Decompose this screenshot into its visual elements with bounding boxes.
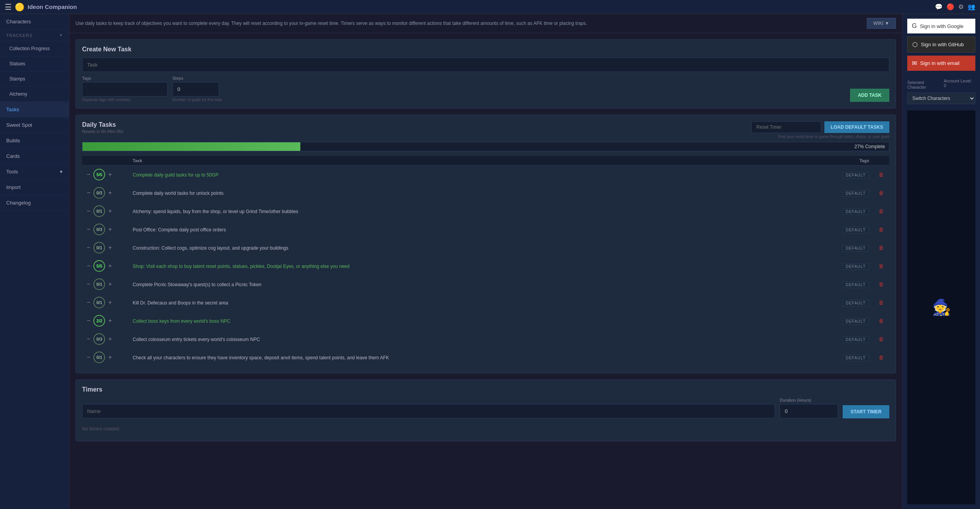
task-tag-cell: DEFAULT <box>826 239 873 257</box>
notification-icon[interactable]: 🔴 <box>947 3 954 10</box>
sidebar-item-tools[interactable]: Tools ▾ <box>0 164 69 180</box>
sidebar-item-collection-progress[interactable]: Collection Progress <box>0 41 69 56</box>
task-delete-button[interactable]: 🗑 <box>877 262 885 270</box>
task-delete-button[interactable]: 🗑 <box>877 317 885 325</box>
task-increment-button[interactable]: + <box>107 336 112 342</box>
tags-input[interactable] <box>82 82 168 96</box>
task-tag-cell: DEFAULT <box>826 184 873 202</box>
start-timer-button[interactable]: START TIMER <box>843 405 889 418</box>
task-delete-button[interactable]: 🗑 <box>877 189 885 197</box>
sidebar-item-import[interactable]: Import <box>0 180 69 195</box>
sidebar-item-stamps[interactable]: Stamps <box>0 72 69 87</box>
task-delete-button[interactable]: 🗑 <box>877 207 885 215</box>
add-task-button[interactable]: ADD TASK <box>850 89 889 102</box>
task-text-cell: Shop: Visit each shop to buy talent rese… <box>129 257 826 275</box>
task-name-input[interactable] <box>82 58 889 72</box>
daily-tasks-right: LOAD DEFAULT TASKS Find your reset timer… <box>751 121 889 139</box>
task-delete-button[interactable]: 🗑 <box>877 226 885 233</box>
task-delete-button[interactable]: 🗑 <box>877 244 885 252</box>
tags-group: Tags Separate tags with commas <box>82 76 168 102</box>
task-controls-cell: − 0/1 + <box>82 275 129 294</box>
task-decrement-button[interactable]: − <box>86 281 91 287</box>
sidebar-label-tools: Tools <box>6 169 18 175</box>
col-header-delete <box>873 156 889 166</box>
task-decrement-button[interactable]: − <box>86 208 91 214</box>
task-decrement-button[interactable]: − <box>86 318 91 324</box>
sidebar-label-changelog: Changelog <box>6 200 31 206</box>
table-row: − 0/3 + Complete daily world tasks for u… <box>82 184 889 202</box>
task-increment-button[interactable]: + <box>107 208 112 214</box>
timer-duration-input[interactable] <box>780 404 838 418</box>
task-delete-button[interactable]: 🗑 <box>877 171 885 178</box>
task-decrement-button[interactable]: − <box>86 190 91 196</box>
steps-input[interactable] <box>172 82 219 96</box>
task-decrement-button[interactable]: − <box>86 226 91 233</box>
sidebar-item-statues[interactable]: Statues <box>0 56 69 72</box>
task-delete-button[interactable]: 🗑 <box>877 335 885 343</box>
task-decrement-button[interactable]: − <box>86 263 91 269</box>
col-header-task: Task <box>129 156 826 166</box>
load-default-tasks-button[interactable]: LOAD DEFAULT TASKS <box>824 121 889 133</box>
task-text-cell: Alchemy: spend liquids, buy from the sho… <box>129 202 826 220</box>
timer-name-input[interactable] <box>82 404 775 418</box>
no-timers-text: No timers created. <box>82 423 889 435</box>
task-increment-button[interactable]: + <box>107 263 112 269</box>
settings-icon[interactable]: ⚙ <box>958 3 964 10</box>
wiki-button[interactable]: WIKI ▼ <box>867 18 896 29</box>
task-increment-button[interactable]: + <box>107 245 112 251</box>
sidebar-item-builds[interactable]: Builds <box>0 133 69 149</box>
task-increment-button[interactable]: + <box>107 226 112 233</box>
signin-github-button[interactable]: ⬡ Sign in with GitHub <box>907 37 975 52</box>
sidebar-item-characters[interactable]: Characters <box>0 14 69 30</box>
sidebar-item-alchemy[interactable]: Alchemy <box>0 87 69 102</box>
sidebar-item-tasks[interactable]: Tasks <box>0 102 69 117</box>
task-increment-button[interactable]: + <box>107 281 112 287</box>
task-increment-button[interactable]: + <box>107 190 112 196</box>
task-delete-button[interactable]: 🗑 <box>877 299 885 306</box>
task-text-cell: Construction: Collect cogs, optimize cog… <box>129 239 826 257</box>
task-controls-cell: − 0/3 + <box>82 184 129 202</box>
progress-label: 27% Complete <box>854 144 885 149</box>
task-increment-button[interactable]: + <box>107 354 112 360</box>
task-increment-button[interactable]: + <box>107 318 112 324</box>
task-text-cell: Collect boss keys from every world's bos… <box>129 312 826 330</box>
task-label: Alchemy: spend liquids, buy from the sho… <box>133 209 298 214</box>
task-increment-button[interactable]: + <box>107 299 112 306</box>
task-delete-cell: 🗑 <box>873 348 889 367</box>
switch-chars-select[interactable]: Switch Characters <box>907 93 975 104</box>
sidebar-item-changelog[interactable]: Changelog <box>0 195 69 211</box>
task-counter: 0/3 <box>93 187 105 199</box>
task-decrement-button[interactable]: − <box>86 299 91 306</box>
signin-google-button[interactable]: G Sign in with Google <box>907 19 975 33</box>
task-tag-badge: DEFAULT <box>842 227 869 233</box>
tags-label: Tags <box>82 76 168 80</box>
task-controls-cell: − 0/1 + <box>82 239 129 257</box>
right-panel: G Sign in with Google ⬡ Sign in with Git… <box>902 14 980 509</box>
task-delete-button[interactable]: 🗑 <box>877 353 885 361</box>
task-delete-button[interactable]: 🗑 <box>877 280 885 288</box>
signin-email-button[interactable]: ✉ Sign in with email <box>907 56 975 71</box>
progress-bar-fill <box>82 142 300 151</box>
sidebar-item-cards[interactable]: Cards <box>0 149 69 164</box>
task-increment-button[interactable]: + <box>107 171 112 178</box>
table-row: − 0/1 + Alchemy: spend liquids, buy from… <box>82 202 889 220</box>
sidebar-item-sweet-spot[interactable]: Sweet Spot <box>0 117 69 133</box>
col-header-controls <box>82 156 129 166</box>
users-icon[interactable]: 👥 <box>968 3 975 10</box>
discord-icon[interactable]: 💬 <box>935 3 943 10</box>
task-counter: 0/3 <box>93 333 105 345</box>
task-decrement-button[interactable]: − <box>86 354 91 360</box>
task-label: Post Office: Complete daily post office … <box>133 227 226 233</box>
reset-timer-input[interactable] <box>751 121 821 133</box>
task-table: Task Tags − 5/5 + Complete daily guild t… <box>82 156 889 367</box>
task-label: Complete Picnic Stowaway's quest(s) to c… <box>133 282 261 287</box>
sidebar-label-import: Import <box>6 184 21 190</box>
task-decrement-button[interactable]: − <box>86 245 91 251</box>
sidebar-section-trackers[interactable]: Trackers ▾ <box>0 30 69 41</box>
sidebar-label-stamps: Stamps <box>9 76 25 82</box>
task-decrement-button[interactable]: − <box>86 171 91 178</box>
task-decrement-button[interactable]: − <box>86 336 91 342</box>
sidebar-label-collection-progress: Collection Progress <box>9 46 50 51</box>
task-tag-badge: DEFAULT <box>842 282 869 288</box>
sidebar-label-tasks: Tasks <box>6 107 19 112</box>
